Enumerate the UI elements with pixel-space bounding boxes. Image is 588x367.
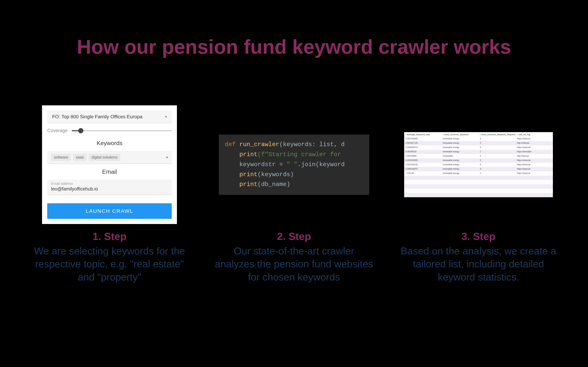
table-cell: 0.000928374 [404,145,441,150]
table-cell: https://bernalbe [516,150,553,154]
table-cell [478,189,516,193]
table-cell [441,189,478,193]
coverage-label: Coverage [47,128,68,133]
col-header: most_common_keyword [441,132,478,137]
table-cell [478,193,516,197]
step-3-image: average_keyword_rate most_common_keyword… [392,99,565,230]
table-cell: 0.003146140 [404,163,441,167]
step-3-description: Based on the analysis, we create a tailo… [392,244,565,284]
dataset-dropdown[interactable]: FO: Top 800 Single Family Offices Europa… [47,110,172,123]
table-row: 0.003794905renewable energy4https://www.… [404,137,553,141]
table-cell: 5 [478,145,516,150]
form-mockup: FO: Top 800 Single Family Offices Europa… [42,105,177,224]
step-2-image: def run_crawler(keywords: list, d print(… [208,99,380,230]
table-row: 0.000928374renewable energy5https://www.… [404,145,553,150]
tag-software[interactable]: software [51,154,71,161]
keywords-tags-field[interactable]: software saas digital solutions ▾ [47,151,172,164]
table-cell: 5 [478,158,516,163]
table-cell [516,189,553,193]
table-cell: 3 [478,167,516,171]
table-row: 0.00030018renewable energy1https://berna… [404,150,553,154]
table-cell: 2 [478,141,516,145]
steps-container: FO: Top 800 Single Family Offices Europa… [0,99,588,284]
step-3-title: 3. Step [461,230,495,242]
table-cell: renewable energy [441,150,478,154]
table-cell [441,176,478,180]
table-cell: renewable energy [441,171,478,176]
table-row [404,176,553,180]
coverage-slider-row: Coverage [47,126,172,135]
table-row [404,189,553,193]
table-cell [516,193,553,197]
page-title: How our pension fund keyword crawler wor… [0,34,588,59]
table-cell [441,180,478,184]
table-cell: 4 [478,154,516,158]
table-cell: renewable energy [441,167,478,171]
code-var: keywordstr [239,161,276,168]
table-cell: 0.005263908 [404,158,441,163]
table-cell [404,180,441,184]
table-cell [404,193,441,197]
sheet-body: 0.003794905renewable energy4https://www.… [404,137,553,197]
code-text: (db_name) [258,181,290,188]
launch-crawl-button[interactable]: LAUNCH CRAWL [47,203,172,219]
table-cell [478,180,516,184]
code-function: run_crawler [239,141,279,148]
table-cell: 6 [478,163,516,167]
table-cell: 0.009148970 [404,167,441,171]
code-snippet: def run_crawler(keywords: list, d print(… [219,134,369,195]
code-keyword: def [225,141,236,148]
table-cell: renewable energy [441,158,478,163]
table-cell [478,184,516,189]
table-cell: renewable energy [441,137,478,141]
table-cell: 7.47E-05 [404,171,441,176]
table-cell: https://www.ch [516,137,553,141]
table-cell: renewable energy [441,163,478,167]
table-cell [516,176,553,180]
table-cell: 2 [478,171,516,176]
table-cell [441,193,478,197]
table-cell: http://www.pt [516,154,553,158]
table-row [404,180,553,184]
col-header: most_common_keyword_frequency [478,132,516,137]
step-1-description: We are selecting keywords for the respec… [23,244,196,284]
chevron-down-icon: ▾ [165,115,167,119]
table-row [404,184,553,189]
tag-saas[interactable]: saas [73,154,86,161]
table-cell [516,180,553,184]
table-cell: 0.003794905 [404,137,441,141]
step-2: def run_crawler(keywords: list, d print(… [208,99,380,284]
sheet-header-row: average_keyword_rate most_common_keyword… [404,132,553,137]
table-cell: 4 [478,137,516,141]
table-cell: https://www.de [516,145,553,150]
table-cell [404,184,441,189]
table-cell [478,176,516,180]
email-floating-label: Email address [51,182,168,186]
code-function: print [239,181,258,188]
table-cell: https://www.de [516,158,553,163]
step-1: FO: Top 800 Single Family Offices Europa… [23,99,196,284]
slider-thumb[interactable] [78,128,83,133]
code-string: (f"Starting crawler for [258,151,341,158]
table-row: 0.009148970renewable energy3https://www.… [404,167,553,171]
coverage-slider[interactable] [72,130,172,131]
table-cell [404,189,441,193]
code-function: print [239,171,258,178]
spreadsheet-mockup: average_keyword_rate most_common_keyword… [404,132,553,197]
code-text: (keywords: list, d [279,141,345,148]
table-row: 0.000387128renewable energy2http://infle… [404,141,553,145]
table-cell: 0.00030018 [404,150,441,154]
table-cell [441,184,478,189]
table-cell: renewable energy [441,141,478,145]
table-cell [516,184,553,189]
table-cell: 1 [478,150,516,154]
table-row: 0.00028958renewables4http://www.pt [404,154,553,158]
step-2-title: 2. Step [277,230,311,242]
col-header: average_keyword_rate [404,132,441,137]
tag-digital[interactable]: digital solutions [89,154,120,161]
email-section-label: Email [47,168,172,175]
table-cell: http://inflexpo [516,141,553,145]
email-input[interactable]: Email address leo@familyofficehub.io [47,180,172,195]
table-cell: https://www.dv [516,171,553,176]
table-cell [404,176,441,180]
